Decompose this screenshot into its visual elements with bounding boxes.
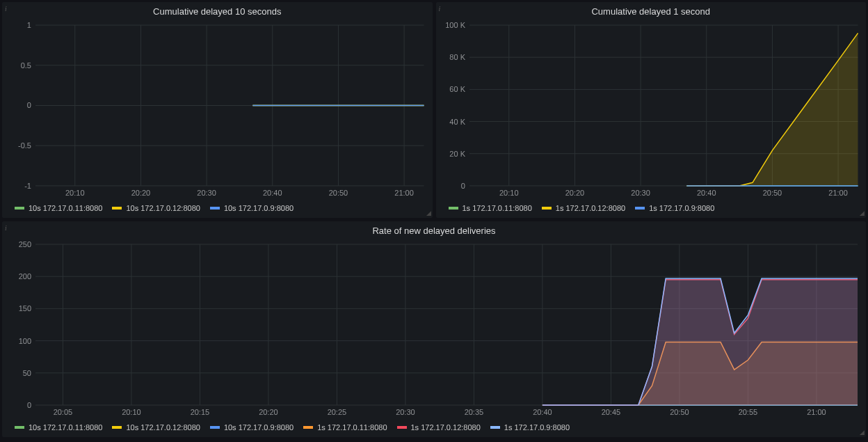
legend: 1s 172.17.0.11:80801s 172.17.0.12:80801s… [436, 200, 867, 218]
svg-text:20:05: 20:05 [54, 408, 73, 416]
svg-text:80 K: 80 K [449, 53, 465, 61]
legend-label: 10s 172.17.0.9:8080 [224, 204, 294, 212]
info-icon[interactable]: i [5, 5, 7, 13]
svg-text:-0.5: -0.5 [18, 141, 31, 150]
svg-text:21:00: 21:00 [394, 189, 414, 197]
legend-label: 10s 172.17.0.12:8080 [126, 423, 200, 432]
legend-item[interactable]: 1s 172.17.0.12:8080 [542, 204, 625, 212]
svg-text:0: 0 [460, 182, 465, 190]
legend-swatch [303, 426, 313, 429]
legend-item[interactable]: 10s 172.17.0.11:8080 [15, 204, 102, 212]
svg-text:0: 0 [27, 102, 31, 110]
svg-text:100: 100 [19, 337, 31, 345]
svg-text:60 K: 60 K [449, 85, 465, 93]
svg-text:20:50: 20:50 [329, 189, 348, 197]
panel-title: Cumulative delayed 1 second [436, 2, 867, 18]
legend-item[interactable]: 10s 172.17.0.12:8080 [112, 204, 200, 212]
resize-icon[interactable]: ◢ [426, 210, 431, 216]
legend-item[interactable]: 1s 172.17.0.11:8080 [449, 204, 532, 212]
legend-swatch [112, 207, 122, 210]
legend-label: 1s 172.17.0.9:8080 [504, 423, 570, 432]
svg-text:20:40: 20:40 [697, 189, 716, 197]
legend-label: 10s 172.17.0.11:8080 [29, 423, 102, 432]
panel-title: Cumulative delayed 10 seconds [2, 2, 433, 18]
info-icon[interactable]: i [439, 5, 441, 13]
legend-swatch [542, 207, 552, 210]
legend-item[interactable]: 1s 172.17.0.12:8080 [397, 423, 481, 432]
legend-swatch [112, 426, 122, 429]
legend-label: 10s 172.17.0.12:8080 [126, 204, 200, 212]
svg-text:20:55: 20:55 [739, 408, 758, 416]
svg-text:20:35: 20:35 [465, 408, 484, 416]
panel-cumulative-10s: i Cumulative delayed 10 seconds -1-0.500… [2, 2, 433, 218]
svg-text:150: 150 [19, 304, 31, 313]
svg-text:20:40: 20:40 [263, 189, 282, 197]
svg-text:0: 0 [27, 401, 31, 409]
svg-text:20 K: 20 K [449, 150, 465, 158]
svg-text:20:20: 20:20 [131, 189, 151, 197]
svg-text:200: 200 [19, 272, 31, 281]
legend-label: 10s 172.17.0.11:8080 [29, 204, 102, 212]
resize-icon[interactable]: ◢ [860, 210, 865, 216]
legend-item[interactable]: 10s 172.17.0.9:8080 [210, 423, 294, 432]
svg-text:1: 1 [27, 22, 31, 29]
legend-item[interactable]: 1s 172.17.0.11:8080 [303, 423, 387, 432]
legend-label: 10s 172.17.0.9:8080 [224, 423, 294, 432]
svg-text:20:10: 20:10 [65, 189, 85, 197]
chart-area[interactable]: -1-0.500.5120:1020:2020:3020:4020:5021:0… [8, 22, 427, 198]
svg-text:20:10: 20:10 [122, 408, 141, 416]
legend-swatch [449, 207, 458, 210]
legend-swatch [210, 426, 220, 429]
legend-swatch [635, 207, 645, 210]
panel-title: Rate of new delayed deliveries [2, 221, 866, 237]
legend-label: 1s 172.17.0.11:8080 [463, 204, 532, 212]
legend-label: 1s 172.17.0.12:8080 [411, 423, 481, 432]
legend-item[interactable]: 10s 172.17.0.11:8080 [15, 423, 102, 432]
svg-text:40 K: 40 K [449, 118, 465, 126]
legend-swatch [490, 426, 500, 429]
legend-label: 1s 172.17.0.9:8080 [649, 204, 714, 212]
svg-text:20:20: 20:20 [259, 408, 278, 416]
svg-text:20:30: 20:30 [631, 189, 650, 197]
legend-swatch [15, 426, 24, 429]
svg-text:100 K: 100 K [445, 22, 465, 29]
legend: 10s 172.17.0.11:808010s 172.17.0.12:8080… [2, 419, 866, 437]
svg-text:20:45: 20:45 [602, 408, 621, 416]
legend-item[interactable]: 1s 172.17.0.9:8080 [635, 204, 714, 212]
svg-text:20:50: 20:50 [670, 408, 689, 416]
resize-icon[interactable]: ◢ [860, 429, 865, 436]
svg-text:20:30: 20:30 [396, 408, 415, 416]
svg-text:20:15: 20:15 [191, 408, 210, 416]
info-icon[interactable]: i [5, 224, 7, 232]
chart-area[interactable]: 020 K40 K60 K80 K100 K20:1020:2020:3020:… [442, 22, 861, 198]
svg-text:0.5: 0.5 [21, 61, 31, 70]
svg-text:50: 50 [23, 369, 31, 377]
svg-text:20:10: 20:10 [499, 189, 519, 197]
legend-item[interactable]: 1s 172.17.0.9:8080 [490, 423, 570, 432]
svg-text:21:00: 21:00 [828, 189, 848, 197]
panel-rate: i Rate of new delayed deliveries 0501001… [2, 221, 866, 437]
svg-text:250: 250 [19, 242, 31, 248]
panel-cumulative-1s: i Cumulative delayed 1 second 020 K40 K6… [436, 2, 867, 218]
svg-text:20:40: 20:40 [533, 408, 552, 416]
chart-area[interactable]: 05010015020025020:0520:1020:1520:2020:25… [8, 242, 860, 418]
svg-text:20:30: 20:30 [197, 189, 216, 197]
legend-swatch [15, 207, 24, 210]
legend-label: 1s 172.17.0.12:8080 [556, 204, 625, 212]
legend-swatch [210, 207, 220, 210]
svg-text:20:25: 20:25 [328, 408, 347, 416]
svg-text:20:50: 20:50 [762, 189, 782, 197]
legend-label: 1s 172.17.0.11:8080 [317, 423, 387, 432]
legend-item[interactable]: 10s 172.17.0.9:8080 [210, 204, 294, 212]
legend: 10s 172.17.0.11:808010s 172.17.0.12:8080… [2, 200, 433, 218]
svg-text:20:20: 20:20 [565, 189, 584, 197]
svg-text:21:00: 21:00 [807, 408, 826, 416]
legend-item[interactable]: 10s 172.17.0.12:8080 [112, 423, 200, 432]
legend-swatch [397, 426, 407, 429]
svg-text:-1: -1 [24, 182, 31, 190]
